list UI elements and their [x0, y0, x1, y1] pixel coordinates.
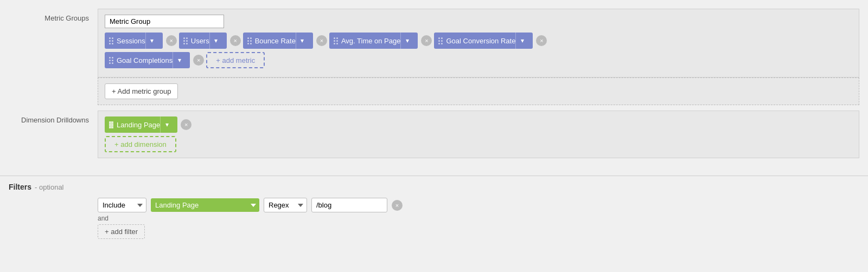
filter-include-select[interactable]: Include Exclude	[98, 198, 146, 212]
drag-handle-landing-page	[109, 121, 113, 128]
filter-and-label: and	[98, 215, 868, 222]
dimension-label-landing-page: Landing Page	[117, 121, 160, 129]
metric-close-sessions[interactable]: ×	[166, 35, 177, 46]
metric-dropdown-bounce-rate[interactable]	[296, 33, 309, 49]
drag-handle-bounce-rate	[247, 37, 252, 44]
metric-label-bounce-rate: Bounce Rate	[255, 37, 296, 45]
dimension-drilldowns-label: Dimension Drilldowns	[0, 111, 98, 124]
dimension-close-landing-page[interactable]: ×	[181, 119, 192, 130]
metric-dropdown-sessions[interactable]	[145, 33, 158, 49]
filters-section: Filters - optional Include Exclude Landi…	[0, 167, 868, 239]
metric-dropdown-avg-time[interactable]	[400, 33, 413, 49]
drag-handle-goal-conversion	[438, 37, 443, 44]
metric-label-avg-time: Avg. Time on Page	[341, 37, 401, 45]
dimension-chip-landing-page[interactable]: Landing Page	[105, 116, 177, 133]
filter-row-1: Include Exclude Landing Page Source Medi…	[98, 198, 868, 212]
filter-regex-select[interactable]: Regex Exact Contains	[264, 198, 307, 212]
drag-handle-goal-completions	[109, 57, 113, 64]
filters-label: Filters	[9, 183, 31, 191]
spacer-label	[0, 77, 98, 83]
metric-close-goal-conversion[interactable]: ×	[536, 35, 547, 46]
metric-close-bounce-rate[interactable]: ×	[316, 35, 327, 46]
metric-close-users[interactable]: ×	[230, 35, 241, 46]
dimension-chips-row: Landing Page ×	[105, 116, 852, 133]
filters-optional-label: - optional	[35, 183, 63, 191]
add-dimension-button[interactable]: + add dimension	[105, 136, 176, 152]
metrics-row-2: Goal Completions × + add metric	[105, 52, 852, 68]
metric-label-sessions: Sessions	[117, 37, 145, 45]
dimension-section: Landing Page × + add dimension	[98, 111, 859, 158]
metric-chip-users[interactable]: Users	[179, 33, 227, 49]
metric-label-goal-conversion: Goal Conversion Rate	[446, 37, 515, 45]
add-metric-group-button[interactable]: + Add metric group	[105, 83, 178, 99]
metric-chip-bounce-rate[interactable]: Bounce Rate	[243, 33, 313, 49]
metric-dropdown-goal-conversion[interactable]	[515, 33, 528, 49]
metric-chip-sessions[interactable]: Sessions	[105, 33, 163, 49]
dimension-dropdown-landing-page[interactable]	[160, 116, 173, 133]
metric-groups-section: Sessions ×	[98, 9, 859, 77]
metric-dropdown-users[interactable]	[209, 33, 222, 49]
metric-label-goal-completions: Goal Completions	[117, 56, 173, 64]
metric-close-goal-completions[interactable]: ×	[193, 55, 204, 66]
filter-dimension-select[interactable]: Landing Page Source Medium	[151, 198, 259, 212]
add-filter-button[interactable]: + add filter	[98, 224, 145, 239]
add-metric-button[interactable]: + add metric	[206, 52, 265, 68]
metric-group-name-input[interactable]	[105, 15, 224, 28]
metric-label-users: Users	[191, 37, 209, 45]
filter-close-button[interactable]: ×	[392, 200, 403, 211]
metric-groups-label: Metric Groups	[0, 9, 98, 22]
metric-chip-goal-completions[interactable]: Goal Completions	[105, 52, 190, 68]
drag-handle-sessions	[109, 37, 113, 44]
metric-chip-goal-conversion[interactable]: Goal Conversion Rate	[434, 33, 533, 49]
drag-handle-avg-time	[334, 37, 338, 44]
add-metric-group-container: + Add metric group	[98, 77, 859, 105]
metric-chip-avg-time[interactable]: Avg. Time on Page	[329, 33, 418, 49]
drag-handle-users	[183, 37, 188, 44]
metric-dropdown-goal-completions[interactable]	[173, 52, 186, 68]
metric-close-avg-time[interactable]: ×	[421, 35, 432, 46]
metrics-row-1: Sessions ×	[105, 33, 852, 49]
filter-value-input[interactable]	[311, 198, 387, 212]
